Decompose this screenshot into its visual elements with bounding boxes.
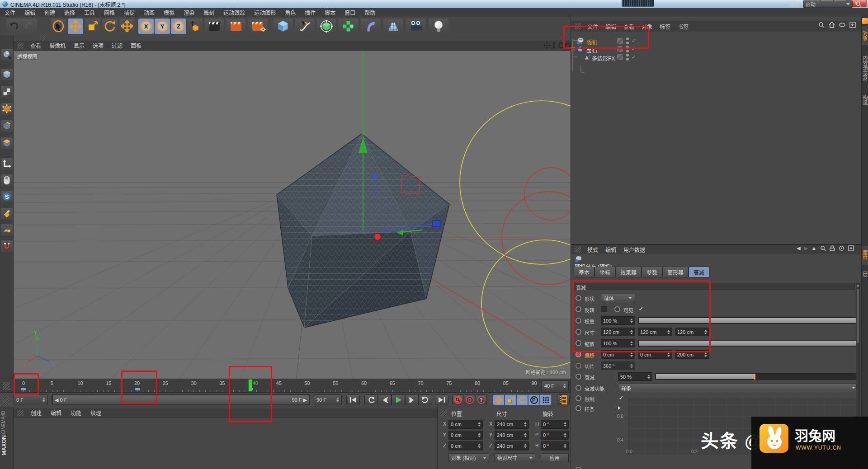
add-panel-icon[interactable] [848, 245, 854, 251]
viewport-menu-item[interactable]: 面板 [127, 43, 146, 49]
keyframe-circle[interactable] [576, 329, 581, 335]
enabled-check[interactable]: ✓ [632, 46, 636, 52]
dock-tab-structure[interactable]: 构造 [862, 90, 868, 109]
visibility-dots[interactable] [626, 54, 629, 61]
camera-icon[interactable] [406, 19, 426, 34]
record-scale-icon[interactable] [505, 394, 516, 405]
rotate-icon[interactable] [102, 19, 118, 34]
scale-field[interactable]: 100 % [601, 339, 635, 347]
object-manager-menu-item[interactable]: 标签 [656, 24, 674, 30]
dock-tab-objects[interactable]: 对象 [862, 26, 868, 45]
apply-button[interactable]: 应用 [541, 453, 569, 462]
pos-y-field[interactable]: 0 cm [448, 431, 483, 440]
search-icon[interactable] [855, 1, 862, 7]
layer-chip[interactable] [617, 54, 623, 60]
panel-grip[interactable] [440, 410, 447, 417]
coordinate-system-icon[interactable] [187, 19, 203, 34]
object-name[interactable]: 多边形FX [592, 54, 615, 62]
play-icon[interactable] [392, 394, 405, 405]
attribute-menu-item[interactable]: 用户数据 [620, 247, 649, 253]
keyframe-circle[interactable] [576, 306, 581, 312]
scale-icon[interactable] [85, 19, 100, 34]
axis-mode-icon[interactable] [1, 158, 13, 170]
keyframe-circle[interactable] [576, 340, 581, 346]
edges-mode-icon[interactable] [1, 120, 13, 132]
tab-basic[interactable]: 基本 [574, 267, 594, 277]
keyframe-circle-active[interactable] [576, 352, 581, 357]
lock-y-icon[interactable]: Y [155, 19, 170, 34]
object-manager-menu-item[interactable]: 编辑 [602, 24, 620, 30]
timeline-window-icon[interactable] [557, 394, 570, 405]
pos-x-field[interactable]: 0 cm [448, 420, 483, 429]
weight-slider[interactable] [638, 317, 859, 324]
record-rotation-icon[interactable] [516, 394, 528, 405]
next-frame-icon[interactable] [405, 394, 419, 405]
model-mode-icon[interactable] [1, 69, 13, 80]
menu-item[interactable]: 插件 [300, 9, 320, 16]
rot-h-field[interactable]: 0 ° [541, 420, 569, 429]
rot-b-field[interactable]: 0 ° [541, 441, 569, 450]
panel-grip[interactable] [3, 396, 10, 404]
viewport-menu-item[interactable]: 选项 [89, 43, 108, 49]
search-icon[interactable] [820, 245, 826, 251]
record-pla-icon[interactable] [540, 394, 552, 405]
menu-item[interactable]: 创建 [40, 9, 60, 16]
search-icon[interactable] [818, 22, 825, 28]
spline-pen-icon[interactable] [295, 19, 315, 34]
panel-grip[interactable] [575, 23, 581, 29]
current-frame-spinner[interactable]: 40 F [542, 380, 569, 391]
keyframe-circle[interactable] [614, 306, 620, 312]
offset-x-field[interactable]: 0 cm [601, 350, 635, 359]
material-menu-item[interactable]: 纹理 [86, 410, 106, 417]
texture-mode-icon[interactable] [1, 86, 13, 98]
floor-icon[interactable] [383, 19, 403, 34]
visibility-dots[interactable] [626, 46, 629, 52]
dock-tab-content-browser[interactable]: 内容浏览器 [862, 48, 868, 88]
make-editable-icon[interactable] [1, 49, 13, 61]
tab-falloff[interactable]: 衰减 [689, 267, 709, 277]
keyframe-circle[interactable] [576, 374, 581, 380]
visibility-dots[interactable] [626, 38, 629, 44]
object-row-random[interactable]: x 随机 ✓ [571, 37, 861, 45]
zoom-icon[interactable] [551, 42, 557, 49]
primitive-cube-icon[interactable] [273, 19, 293, 34]
slice-field[interactable]: 360 ° [601, 361, 635, 370]
menu-item[interactable]: 网格 [99, 9, 119, 16]
layout-icon[interactable] [862, 18, 868, 24]
record-position-icon[interactable] [493, 394, 505, 405]
size-z-field[interactable]: 120 cm [675, 328, 709, 336]
bend-icon[interactable] [361, 19, 381, 34]
coord-mode-combo[interactable]: 对象 (相对) [448, 453, 489, 462]
enabled-check[interactable]: ✓ [632, 38, 636, 44]
keyframe-circle[interactable] [576, 467, 581, 469]
layer-chip[interactable] [617, 46, 623, 52]
select-arrow-icon[interactable] [51, 19, 66, 34]
scroll-up-icon[interactable] [857, 284, 859, 286]
panel-grip[interactable] [17, 42, 24, 49]
back-icon[interactable]: ◀ [797, 245, 800, 251]
orbit-icon[interactable] [558, 42, 565, 49]
menu-item[interactable]: 渲染 [179, 9, 199, 16]
size-y-field[interactable]: 240 cm [495, 431, 529, 440]
redo-icon[interactable] [22, 19, 37, 34]
points-mode-icon[interactable] [1, 103, 13, 115]
scrollbar-thumb[interactable] [857, 289, 859, 343]
light-icon[interactable] [429, 19, 448, 34]
tab-deformer[interactable]: 变形器 [662, 267, 689, 277]
keyframe-circle[interactable] [576, 318, 581, 324]
add-icon[interactable] [849, 22, 856, 28]
start-frame-spinner[interactable]: 0 F [14, 394, 48, 405]
menu-item[interactable]: 角色 [280, 9, 300, 16]
falloff-section-header[interactable]: 衰减 [573, 283, 855, 290]
viewport-menu-item[interactable]: 过滤 [108, 43, 127, 49]
filter-icon[interactable] [839, 22, 845, 28]
move-icon[interactable] [68, 19, 83, 34]
falloff-function-combo[interactable]: 样条 [618, 384, 859, 392]
home-icon[interactable] [829, 22, 835, 28]
weight-field[interactable]: 100 % [601, 316, 635, 325]
expand-toggle[interactable]: ▫ [571, 47, 575, 51]
object-row-polyfx[interactable]: 多边形FX ✓ [571, 53, 861, 61]
menu-item[interactable]: 帮助 [360, 9, 380, 16]
size-z-field[interactable]: 240 cm [495, 441, 529, 450]
tab-coord[interactable]: 坐标 [594, 267, 615, 277]
